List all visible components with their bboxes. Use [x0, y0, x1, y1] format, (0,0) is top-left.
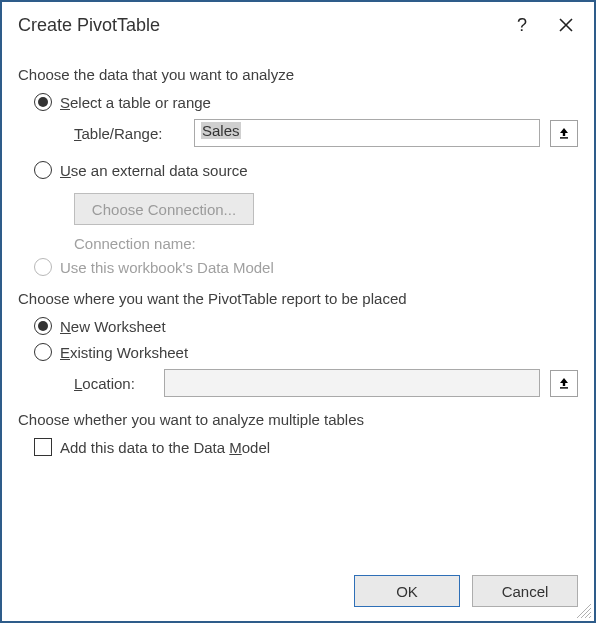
radio-icon [34, 258, 52, 276]
radio-external-source[interactable]: Use an external data source [34, 161, 578, 179]
arrow-up-icon [557, 376, 571, 390]
create-pivottable-dialog: Create PivotTable ? Choose the data that… [0, 0, 596, 623]
radio-label: Use an external data source [60, 162, 248, 179]
resize-grip-icon[interactable] [577, 604, 591, 618]
radio-new-worksheet[interactable]: New Worksheet [34, 317, 578, 335]
collapse-dialog-button[interactable] [550, 370, 578, 397]
connection-name-label: Connection name: [74, 235, 578, 252]
location-row: Location: [74, 369, 578, 397]
location-input[interactable] [164, 369, 540, 397]
radio-icon [34, 161, 52, 179]
section-place-label: Choose where you want the PivotTable rep… [18, 290, 578, 307]
table-range-input[interactable]: Sales [194, 119, 540, 147]
radio-label: Use this workbook's Data Model [60, 259, 274, 276]
table-range-label: Table/Range: [74, 125, 184, 142]
cancel-button[interactable]: Cancel [472, 575, 578, 607]
svg-rect-1 [560, 387, 568, 388]
ok-button[interactable]: OK [354, 575, 460, 607]
radio-existing-worksheet[interactable]: Existing Worksheet [34, 343, 578, 361]
button-row: OK Cancel [2, 563, 594, 621]
checkbox-label: Add this data to the Data Model [60, 439, 270, 456]
radio-icon [34, 93, 52, 111]
close-icon [559, 18, 573, 32]
section-analyze-label: Choose the data that you want to analyze [18, 66, 578, 83]
checkbox-add-data-model[interactable]: Add this data to the Data Model [34, 438, 578, 456]
titlebar: Create PivotTable ? [2, 2, 594, 48]
section-multi-label: Choose whether you want to analyze multi… [18, 411, 578, 428]
location-label: Location: [74, 375, 154, 392]
close-button[interactable] [544, 7, 588, 43]
table-range-row: Table/Range: Sales [74, 119, 578, 147]
radio-icon [34, 317, 52, 335]
checkbox-icon [34, 438, 52, 456]
radio-label: Existing Worksheet [60, 344, 188, 361]
radio-data-model: Use this workbook's Data Model [34, 258, 578, 276]
dialog-content: Choose the data that you want to analyze… [2, 48, 594, 563]
arrow-up-icon [557, 126, 571, 140]
radio-select-table-range[interactable]: Select a table or range [34, 93, 578, 111]
collapse-dialog-button[interactable] [550, 120, 578, 147]
dialog-title: Create PivotTable [18, 15, 500, 36]
help-button[interactable]: ? [500, 7, 544, 43]
choose-connection-button: Choose Connection... [74, 193, 254, 225]
radio-icon [34, 343, 52, 361]
radio-label: New Worksheet [60, 318, 166, 335]
svg-rect-0 [560, 137, 568, 138]
radio-label: Select a table or range [60, 94, 211, 111]
